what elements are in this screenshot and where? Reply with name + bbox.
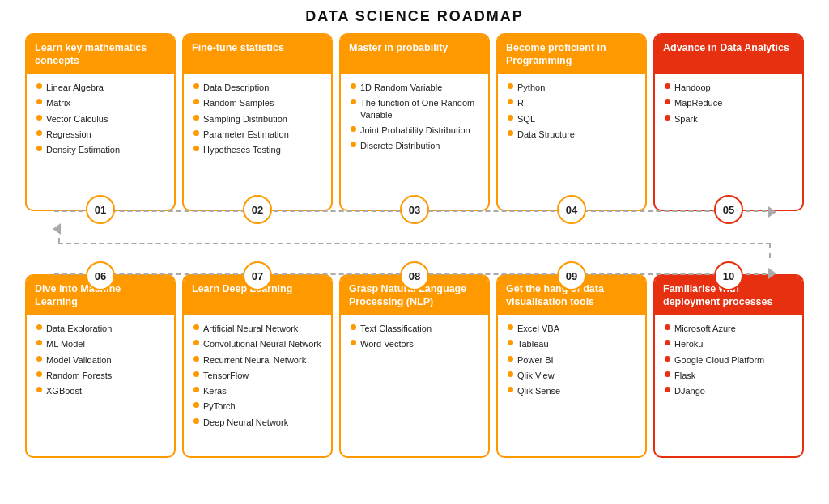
card-item-text: Qlik Sense bbox=[517, 385, 560, 396]
card-05: Advance in Data AnalyticsHandoopMapReduc… bbox=[653, 33, 804, 211]
card-item-text: Data Description bbox=[203, 82, 269, 93]
card-header-04: Become proficient in Programming bbox=[498, 35, 645, 74]
bullet-icon bbox=[508, 387, 513, 392]
bullet-icon bbox=[351, 126, 356, 132]
card-body-09: Excel VBATableauPower BIQlik ViewQlik Se… bbox=[498, 315, 645, 396]
card-item: Power BI bbox=[508, 354, 637, 366]
card-item: Hypotheses Testing bbox=[193, 144, 323, 155]
card-item-text: Word Vectors bbox=[360, 338, 414, 349]
card-number-06: 06 bbox=[86, 261, 115, 290]
card-body-06: Data ExplorationML ModelModel Validation… bbox=[27, 315, 174, 396]
card-item-text: Random Samples bbox=[203, 97, 274, 108]
card-item-text: Handoop bbox=[674, 82, 711, 93]
card-item: Text Classification bbox=[351, 323, 480, 334]
bullet-icon bbox=[665, 324, 670, 330]
card-body-04: PythonRSQLData Structure bbox=[498, 74, 645, 140]
row1: Learn key mathematics conceptsLinear Alg… bbox=[15, 33, 814, 211]
card-item: Vector Calculus bbox=[36, 113, 166, 125]
bullet-icon bbox=[36, 387, 42, 392]
card-header-01: Learn key mathematics concepts bbox=[27, 35, 174, 74]
card-02: Fine-tune statisticsData DescriptionRand… bbox=[182, 33, 333, 211]
card-item-text: Joint Probability Distribution bbox=[360, 125, 470, 136]
card-item: Random Samples bbox=[193, 97, 323, 108]
card-item-text: Parameter Estimation bbox=[203, 129, 289, 140]
card-body-07: Artificial Neural NetworkConvolutional N… bbox=[184, 315, 331, 428]
card-item: Artificial Neural Network bbox=[193, 323, 323, 334]
card-item: Tableau bbox=[508, 338, 637, 349]
card-item: Deep Neural Network bbox=[193, 417, 323, 428]
bullet-icon bbox=[508, 356, 513, 362]
bullet-icon bbox=[351, 142, 356, 147]
card-item: Random Forests bbox=[36, 370, 166, 381]
row2-arrow-right bbox=[768, 268, 776, 279]
row1-container: Learn key mathematics conceptsLinear Alg… bbox=[15, 33, 814, 227]
card-item-text: XGBoost bbox=[46, 385, 82, 396]
card-item-text: SQL bbox=[517, 113, 535, 125]
card-item-text: Artificial Neural Network bbox=[203, 323, 298, 334]
card-item-text: Tableau bbox=[517, 338, 549, 349]
card-item: The function of One Random Variable bbox=[351, 97, 480, 121]
card-item: XGBoost bbox=[36, 385, 166, 396]
card-item-text: Microsoft Azure bbox=[674, 323, 736, 334]
card-item-text: Hypotheses Testing bbox=[203, 144, 281, 155]
card-item-text: Sampling Distribution bbox=[203, 113, 287, 125]
page-title: DATA SCIENCE ROADMAP bbox=[15, 8, 814, 25]
bullet-icon bbox=[36, 340, 42, 345]
bullet-icon bbox=[665, 340, 670, 345]
connector-v-right bbox=[769, 243, 771, 258]
card-body-08: Text ClassificationWord Vectors bbox=[341, 315, 488, 350]
card-body-01: Linear AlgebraMatrixVector CalculusRegre… bbox=[27, 74, 174, 155]
bullet-icon bbox=[36, 324, 42, 330]
bullet-icon bbox=[36, 115, 42, 121]
card-item: Python bbox=[508, 82, 637, 93]
card-item: Data Exploration bbox=[36, 323, 166, 334]
rows-wrapper: Learn key mathematics conceptsLinear Alg… bbox=[15, 33, 814, 458]
card-item: Model Validation bbox=[36, 354, 166, 366]
bullet-icon bbox=[193, 130, 199, 136]
card-item-text: Model Validation bbox=[46, 354, 112, 366]
card-item: Word Vectors bbox=[351, 338, 480, 349]
card-item-text: Random Forests bbox=[46, 370, 112, 381]
card-item-text: Google Cloud Platform bbox=[674, 354, 764, 366]
card-item-text: Density Estimation bbox=[46, 144, 120, 155]
card-item-text: MapReduce bbox=[674, 97, 722, 108]
card-item: ML Model bbox=[36, 338, 166, 349]
card-number-08: 08 bbox=[400, 261, 429, 290]
card-item: PyTorch bbox=[193, 400, 323, 412]
card-number-09: 09 bbox=[557, 261, 586, 290]
card-item-text: Text Classification bbox=[360, 323, 432, 334]
bullet-icon bbox=[193, 115, 199, 121]
card-item: Data Structure bbox=[508, 129, 637, 140]
card-10: Familiarise with deployment processesMic… bbox=[653, 274, 804, 458]
row2-container: Dive into Machine LearningData Explorati… bbox=[15, 258, 814, 458]
card-item: 1D Random Variable bbox=[351, 82, 480, 93]
card-item-text: Qlik View bbox=[517, 370, 555, 381]
bullet-icon bbox=[508, 371, 513, 377]
bullet-icon bbox=[193, 324, 199, 330]
bullet-icon bbox=[665, 387, 670, 392]
card-item-text: Flask bbox=[674, 370, 695, 381]
bullet-icon bbox=[193, 371, 199, 377]
bullet-icon bbox=[665, 99, 670, 104]
card-body-05: HandoopMapReduceSpark bbox=[655, 74, 802, 125]
card-number-05: 05 bbox=[714, 195, 743, 224]
bullet-icon bbox=[508, 115, 513, 121]
between-rows-connector bbox=[15, 227, 814, 258]
card-item-text: Keras bbox=[203, 385, 227, 396]
card-number-07: 07 bbox=[243, 261, 272, 290]
card-item-text: Data Structure bbox=[517, 129, 575, 140]
row2: Dive into Machine LearningData Explorati… bbox=[15, 274, 814, 458]
card-header-05: Advance in Data Analytics bbox=[655, 35, 802, 74]
bullet-icon bbox=[665, 356, 670, 362]
card-number-10: 10 bbox=[714, 261, 743, 290]
card-item: Discrete Distribution bbox=[351, 140, 480, 151]
card-item: Qlik Sense bbox=[508, 385, 637, 396]
card-item: TensorFlow bbox=[193, 370, 323, 381]
card-item-text: Deep Neural Network bbox=[203, 417, 288, 428]
card-item: Regression bbox=[36, 129, 166, 140]
bullet-icon bbox=[508, 83, 513, 89]
card-item-text: PyTorch bbox=[203, 400, 236, 412]
card-item: Data Description bbox=[193, 82, 323, 93]
bullet-icon bbox=[665, 83, 670, 89]
card-item: Parameter Estimation bbox=[193, 129, 323, 140]
